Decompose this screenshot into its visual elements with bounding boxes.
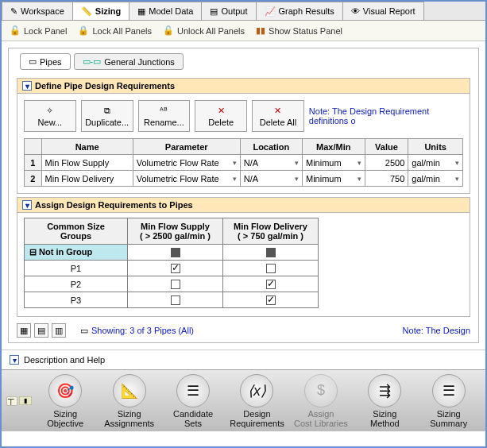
lock-panel-button[interactable]: 🔓Lock Panel [10,25,67,36]
define-note: Note: The Design Requirement definitions… [309,106,463,126]
tab-workspace[interactable]: ✎Workspace [2,2,73,20]
tab-graph-results[interactable]: 📈Graph Results [256,2,343,20]
lock-all-button[interactable]: 🔒Lock All Panels [78,25,152,36]
filter-icon: ▭ [80,326,88,336]
delete-icon: ✕ [218,106,225,116]
minus-icon: ⊟ [29,247,39,257]
tab-sizing[interactable]: 📏Sizing [72,2,129,20]
bottom-nav: ⊤ ▮ 🎯Sizing Objective 📐Sizing Assignment… [2,369,485,431]
col-location: Location [240,139,302,155]
ruler-icon: 📏 [81,6,92,17]
lock-open-icon: 🔓 [163,25,174,36]
checkbox[interactable] [266,295,276,305]
checkbox[interactable] [171,295,180,305]
chevron-down-icon: ▾ [233,159,237,167]
col-index [25,139,42,155]
cell-parameter[interactable]: Volumetric Flow Rate▾ [133,171,240,187]
col-maxmin: Max/Min [303,139,365,155]
new-icon: ✧ [46,106,53,116]
view-mode-icon[interactable]: ▥ [52,323,66,338]
flow-icon: ⇶ [368,374,401,407]
cell-location[interactable]: N/A▾ [240,171,302,187]
chevron-down-icon: ▾ [358,175,361,183]
checkbox-all[interactable] [266,248,276,257]
toggle-button[interactable]: ⊤ [6,396,17,406]
show-status-button[interactable]: ▮▮Show Status Panel [256,25,342,36]
tab-model-data[interactable]: ▦Model Data [129,2,202,20]
col-name: Name [41,139,133,155]
subtab-pipes[interactable]: ▭Pipes [20,53,71,70]
rename-icon: ᴬᴮ [160,106,168,116]
chevron-down-icon: ▾ [295,159,299,167]
variable-icon: ⟨x⟩ [240,374,273,407]
section-define: ▾ Define Pipe Design Requirements ✧New..… [17,78,470,194]
delete-button[interactable]: ✕Delete [195,100,247,132]
lock-toolbar: 🔓Lock Panel 🔒Lock All Panels 🔓Unlock All… [2,21,485,41]
document-icon: ☰ [432,374,466,407]
showing-text: Showing: 3 of 3 Pipes (All) [91,326,194,335]
checkbox[interactable] [171,264,180,273]
nav-sizing-method[interactable]: ⇶Sizing Method [353,374,416,428]
nav-design-requirements[interactable]: ⟨x⟩Design Requirements [225,374,288,428]
ruler-icon: 📐 [113,374,146,407]
group-row[interactable]: ⊟ Not in Group [25,245,319,261]
cell-name[interactable]: Min Flow Supply [41,155,133,171]
checkbox-all[interactable] [171,248,180,257]
nav-sizing-objective[interactable]: 🎯Sizing Objective [33,374,97,428]
table-row: P3 [25,292,319,308]
requirements-table: Name Parameter Location Max/Min Value Un… [24,138,463,187]
new-button[interactable]: ✧New... [24,100,76,132]
tab-visual-report[interactable]: 👁Visual Report [342,2,424,20]
grid-icon: ▦ [137,6,145,17]
cell-maxmin[interactable]: Minimum▾ [303,155,365,171]
checkbox[interactable] [266,264,276,273]
collapse-icon[interactable]: ▾ [22,81,32,91]
rename-button[interactable]: ᴬᴮRename... [138,100,191,132]
expand-icon[interactable]: ▾ [10,355,19,365]
status-note: Note: The Design [403,326,470,335]
col-groups: Common Size Groups [25,218,128,245]
cell-value[interactable]: 2500 [365,155,408,171]
nav-assign-cost: $Assign Cost Libraries [289,374,353,428]
side-handle[interactable]: ▮ [19,396,32,405]
status-icon: ▮▮ [256,25,265,36]
col-parameter: Parameter [133,139,240,155]
assign-table: Common Size Groups Min Flow Supply( > 25… [24,218,319,308]
cell-units[interactable]: gal/min▾ [408,155,463,171]
delete-all-button[interactable]: ✕Delete All [252,100,304,132]
col-units: Units [408,139,463,155]
pencil-icon: ✎ [10,6,17,17]
duplicate-button[interactable]: ⧉Duplicate... [81,100,133,132]
cell-units[interactable]: gal/min▾ [408,171,463,187]
table-row: P2 [25,276,319,292]
requirement-row[interactable]: 2 Min Flow Delivery Volumetric Flow Rate… [25,171,463,187]
target-icon: 🎯 [48,374,82,407]
cell-name[interactable]: Min Flow Delivery [41,171,133,187]
tab-output[interactable]: ▤Output [201,2,256,20]
col-req-1: Min Flow Supply( > 2500 gal/min ) [128,218,223,245]
cell-location[interactable]: N/A▾ [240,155,302,171]
cell-value[interactable]: 750 [365,171,408,187]
view-mode-icon[interactable]: ▤ [34,323,48,338]
checkbox[interactable] [266,280,276,289]
output-icon: ▤ [210,6,218,17]
checkbox[interactable] [171,280,180,289]
unlock-all-button[interactable]: 🔓Unlock All Panels [163,25,245,36]
subtab-junctions[interactable]: ▭-▭General Junctions [74,53,184,70]
pipe-name: P2 [25,276,128,292]
cell-parameter[interactable]: Volumetric Flow Rate▾ [133,155,240,171]
chevron-down-icon: ▾ [455,159,459,167]
lock-open-icon: 🔓 [10,25,21,36]
nav-candidate-sets[interactable]: ☰Candidate Sets [161,374,225,428]
section-title: Define Pipe Design Requirements [35,81,175,91]
collapse-icon[interactable]: ▾ [22,200,32,210]
delete-all-icon: ✕ [274,106,281,116]
junction-icon: ▭-▭ [83,56,102,67]
nav-sizing-assignments[interactable]: 📐Sizing Assignments [97,374,160,428]
requirement-row[interactable]: 1 Min Flow Supply Volumetric Flow Rate▾ … [25,155,463,171]
view-mode-icon[interactable]: ▦ [17,323,31,338]
help-label: Description and Help [24,355,105,365]
cell-maxmin[interactable]: Minimum▾ [303,171,365,187]
help-bar: ▾ Description and Help [2,350,485,369]
nav-sizing-summary[interactable]: ☰Sizing Summary [417,374,481,428]
